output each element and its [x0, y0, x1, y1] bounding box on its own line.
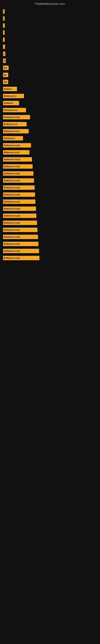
- result-bar-label: Bottleneck result: [4, 243, 20, 245]
- result-bar: [3, 23, 5, 28]
- result-bar: Bottleneck result: [3, 192, 35, 197]
- result-bar: Bottleneck result: [3, 171, 33, 176]
- result-row: Bo: [3, 72, 97, 78]
- result-bar: [3, 16, 4, 21]
- result-bar-label: Bottleneck re: [4, 95, 16, 97]
- result-bar-label: Bottleneck result: [4, 208, 20, 210]
- result-bar: Bottleneck result: [3, 249, 39, 253]
- result-bar: Bot: [3, 66, 9, 70]
- result-bar: Bottleneck result: [3, 157, 32, 162]
- result-bar-label: Bottleneck result: [4, 186, 20, 189]
- result-bar-label: Bottleneck result: [4, 180, 20, 182]
- result-row: Bottleneck res: [3, 121, 97, 127]
- result-bar: Bottleneck res: [3, 122, 27, 126]
- result-row: Bottleneck result: [3, 227, 97, 233]
- result-bar: Bottlenec: [3, 101, 19, 105]
- result-row: [3, 44, 97, 50]
- result-row: Bottleneck result: [3, 248, 97, 254]
- result-bar-label: Bottleneck resul: [4, 151, 19, 154]
- result-bar: Bottleneck resul: [3, 129, 29, 134]
- result-row: [3, 30, 97, 36]
- result-row: Bottleneck result: [3, 234, 97, 240]
- result-row: Bottleneck r: [3, 135, 97, 141]
- result-bar: Bottleneck result: [3, 256, 39, 260]
- result-bar-label: Bottleneck res: [4, 109, 18, 111]
- result-bar: B: [3, 58, 6, 63]
- result-bar-label: Bottleneck r: [4, 137, 15, 140]
- result-row: Bottleneck result: [3, 170, 97, 176]
- result-row: Bol: [3, 79, 97, 85]
- result-bar-label: B: [4, 60, 5, 62]
- result-bar-label: Bottleneck result: [4, 144, 20, 146]
- result-row: Bottleneck result: [3, 199, 97, 205]
- result-bar-label: Bottlene: [4, 88, 12, 90]
- result-bar: Bottleneck result: [3, 200, 35, 204]
- result-bar: [3, 30, 4, 35]
- result-row: Bottleneck result: [3, 164, 97, 170]
- result-row: [3, 8, 97, 14]
- bars-list: BBBotBoBolBottleneBottleneck reBottlenec…: [3, 8, 97, 261]
- result-row: Bottleneck result: [3, 142, 97, 148]
- result-bar-label: Bottleneck resul: [4, 130, 19, 132]
- result-row: [3, 16, 97, 22]
- result-bar-label: Bottlenec: [4, 102, 13, 104]
- result-bar-label: Bottleneck result: [4, 201, 20, 203]
- result-row: Bottleneck re: [3, 93, 97, 99]
- result-bar-label: Bottleneck result: [4, 215, 20, 217]
- result-bar: Bottleneck result: [3, 164, 33, 169]
- result-bar-label: Bo: [4, 74, 6, 76]
- result-row: Bottleneck result: [3, 213, 97, 219]
- result-row: [3, 37, 97, 43]
- result-bar: Bottleneck resul: [3, 150, 29, 154]
- result-bar-label: Bottleneck result: [4, 158, 20, 160]
- result-bar: Bottleneck result: [3, 220, 37, 225]
- result-bar: Bottleneck result: [3, 206, 36, 211]
- result-bar-label: Bottleneck result: [4, 172, 20, 175]
- result-row: B: [3, 51, 97, 57]
- result-row: Bottleneck resul: [3, 128, 97, 134]
- result-bar: Bol: [3, 80, 8, 84]
- result-row: Bottleneck result: [3, 114, 97, 120]
- result-row: Bottlene: [3, 86, 97, 92]
- result-row: Bottleneck res: [3, 107, 97, 113]
- result-bar-label: Bottleneck result: [4, 116, 20, 118]
- result-bar: Bottleneck res: [3, 108, 26, 112]
- result-row: Bottleneck result: [3, 206, 97, 212]
- result-bar-label: Bottleneck result: [4, 250, 20, 252]
- result-bar: Bottleneck r: [3, 136, 23, 140]
- result-bar-label: Bottleneck res: [4, 123, 18, 126]
- result-bar: Bottleneck result: [3, 235, 38, 239]
- result-bar: B: [3, 52, 5, 56]
- result-row: Bot: [3, 65, 97, 71]
- result-bar: [3, 38, 4, 42]
- result-bar-label: Bol: [4, 81, 7, 83]
- result-row: B: [3, 58, 97, 64]
- result-bar: [3, 44, 5, 49]
- site-title: TheBottlenecker.com: [0, 0, 100, 6]
- result-row: Bottleneck result: [3, 184, 97, 190]
- result-row: Bottlenec: [3, 100, 97, 106]
- result-bar: Bottleneck re: [3, 94, 24, 98]
- result-row: [3, 22, 97, 28]
- result-bar-label: Bottleneck result: [4, 229, 20, 231]
- result-bar: Bottleneck result: [3, 143, 31, 148]
- result-bar-label: Bottleneck result: [4, 257, 20, 259]
- result-bar: Bottlene: [3, 87, 17, 91]
- result-bar-label: Bottleneck result: [4, 222, 20, 224]
- result-bar-label: Bot: [4, 67, 7, 69]
- result-row: Bottleneck resul: [3, 149, 97, 155]
- result-bar-label: Bottleneck result: [4, 236, 20, 238]
- result-bar: [3, 9, 4, 14]
- result-row: Bottleneck result: [3, 255, 97, 261]
- result-row: Bottleneck result: [3, 220, 97, 226]
- result-row: Bottleneck result: [3, 192, 97, 198]
- result-bar: Bo: [3, 73, 8, 77]
- result-row: Bottleneck result: [3, 241, 97, 247]
- result-bar: Bottleneck result: [3, 242, 38, 246]
- result-bar: Bottleneck result: [3, 115, 30, 119]
- result-bar: Bottleneck result: [3, 214, 36, 218]
- result-bar-label: Bottleneck result: [4, 194, 20, 196]
- result-bar-label: B: [4, 53, 4, 55]
- result-bar: Bottleneck result: [3, 185, 35, 190]
- result-row: Bottleneck result: [3, 156, 97, 162]
